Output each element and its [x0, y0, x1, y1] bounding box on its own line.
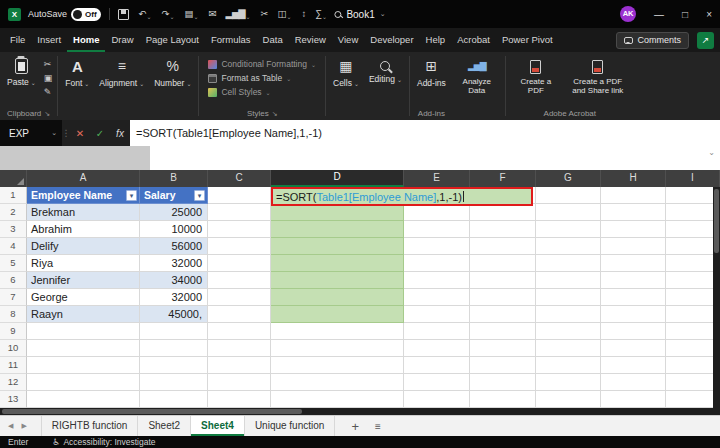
cell-B3[interactable]: 10000 [140, 221, 208, 238]
column-header-E[interactable]: E [404, 170, 470, 187]
cell-G11[interactable] [536, 357, 601, 374]
excel-logo-icon[interactable]: X [8, 8, 21, 21]
cell-I5[interactable] [666, 255, 720, 272]
cell-D7[interactable] [271, 289, 404, 306]
cell-E13[interactable] [404, 391, 470, 408]
row-header-7[interactable]: 7 [0, 289, 27, 306]
cell-G4[interactable] [536, 238, 601, 255]
cell-B1[interactable]: Salary▾ [140, 187, 208, 204]
cell-E4[interactable] [404, 238, 470, 255]
cell-A1[interactable]: Employee Name▾ [27, 187, 140, 204]
cell-B8[interactable]: 45000, [140, 306, 208, 323]
sheet-list-icon[interactable]: ≡ [375, 421, 381, 432]
cell-B12[interactable] [140, 374, 208, 391]
cell-I10[interactable] [666, 340, 720, 357]
cell-C6[interactable] [208, 272, 271, 289]
tab-data[interactable]: Data [257, 28, 289, 52]
cell-F3[interactable] [470, 221, 536, 238]
cells-button[interactable]: ▦ Cells⌄ [328, 52, 364, 88]
cell-A2[interactable]: Brekman [27, 204, 140, 221]
cell-I7[interactable] [666, 289, 720, 306]
row-header-13[interactable]: 13 [0, 391, 27, 408]
cut-icon[interactable]: ✂ [44, 59, 53, 69]
scissors-icon[interactable]: ✂ [261, 8, 268, 20]
cell-D8[interactable] [271, 306, 404, 323]
chart-icon[interactable]: ▂▅▇⌄ [226, 8, 251, 20]
tab-view[interactable]: View [332, 28, 364, 52]
row-header-11[interactable]: 11 [0, 357, 27, 374]
cell-A13[interactable] [27, 391, 140, 408]
sheet-tab-rightb-function[interactable]: RIGHTB function [41, 416, 139, 436]
cell-H11[interactable] [601, 357, 666, 374]
cell-F10[interactable] [470, 340, 536, 357]
cell-I12[interactable] [666, 374, 720, 391]
clipboard-dialog-launcher[interactable]: ↘ [44, 110, 50, 118]
tab-home[interactable]: Home [67, 28, 105, 52]
cell-G2[interactable] [536, 204, 601, 221]
cell-C13[interactable] [208, 391, 271, 408]
tab-page-layout[interactable]: Page Layout [140, 28, 205, 52]
cell-styles-button[interactable]: Cell Styles ⌄ [201, 85, 277, 99]
row-header-12[interactable]: 12 [0, 374, 27, 391]
sheet-tab-sheet2[interactable]: Sheet2 [138, 416, 191, 436]
cell-D12[interactable] [271, 374, 404, 391]
cell-D10[interactable] [271, 340, 404, 357]
cell-H9[interactable] [601, 323, 666, 340]
cell-A11[interactable] [27, 357, 140, 374]
vertical-scrollbar-thumb[interactable] [714, 189, 719, 253]
row-header-2[interactable]: 2 [0, 204, 27, 221]
tab-acrobat[interactable]: Acrobat [451, 28, 496, 52]
tab-help[interactable]: Help [420, 28, 452, 52]
cell-D13[interactable] [271, 391, 404, 408]
addins-button[interactable]: ⊞ Add-ins [412, 52, 451, 88]
alignment-button[interactable]: ≡ Alignment⌄ [94, 52, 149, 88]
format-painter-icon[interactable]: ✎ [44, 87, 53, 97]
sheet-nav-right-icon[interactable]: ▶ [21, 422, 26, 430]
sheet-nav-left-icon[interactable]: ◀ [8, 422, 13, 430]
cell-H10[interactable] [601, 340, 666, 357]
tab-insert[interactable]: Insert [31, 28, 67, 52]
cell-F11[interactable] [470, 357, 536, 374]
conditional-formatting-button[interactable]: Conditional Formatting ⌄ [201, 57, 323, 71]
format-as-table-button[interactable]: Format as Table ⌄ [201, 71, 298, 85]
select-all-corner[interactable] [0, 170, 27, 187]
cell-H6[interactable] [601, 272, 666, 289]
cell-G9[interactable] [536, 323, 601, 340]
cell-F7[interactable] [470, 289, 536, 306]
cell-C12[interactable] [208, 374, 271, 391]
filter-icon[interactable]: ▾ [126, 190, 137, 201]
cell-A5[interactable]: Riya [27, 255, 140, 272]
cell-H2[interactable] [601, 204, 666, 221]
cell-D6[interactable] [271, 272, 404, 289]
cell-D9[interactable] [271, 323, 404, 340]
row-header-5[interactable]: 5 [0, 255, 27, 272]
row-header-3[interactable]: 3 [0, 221, 27, 238]
cell-I8[interactable] [666, 306, 720, 323]
cell-E2[interactable] [404, 204, 470, 221]
column-header-D[interactable]: D [271, 170, 404, 187]
cell-F6[interactable] [470, 272, 536, 289]
cell-C8[interactable] [208, 306, 271, 323]
cell-C4[interactable] [208, 238, 271, 255]
row-header-4[interactable]: 4 [0, 238, 27, 255]
cell-B5[interactable]: 32000 [140, 255, 208, 272]
cell-G10[interactable] [536, 340, 601, 357]
cell-D3[interactable] [271, 221, 404, 238]
tab-review[interactable]: Review [289, 28, 332, 52]
minimize-icon[interactable]: — [654, 9, 664, 20]
column-header-G[interactable]: G [536, 170, 601, 187]
autosave-toggle[interactable]: Off [71, 8, 101, 21]
enter-icon[interactable]: ✓ [90, 120, 110, 146]
cell-I2[interactable] [666, 204, 720, 221]
cell-I3[interactable] [666, 221, 720, 238]
cell-A4[interactable]: Delify [27, 238, 140, 255]
analyze-data-button[interactable]: ▂▅▇ Analyze Data [451, 52, 503, 95]
cell-F4[interactable] [470, 238, 536, 255]
mail-icon[interactable]: ✉ [209, 8, 216, 20]
styles-dialog-launcher[interactable]: ↘ [272, 110, 278, 118]
row-header-9[interactable]: 9 [0, 323, 27, 340]
cell-D5[interactable] [271, 255, 404, 272]
cell-B6[interactable]: 34000 [140, 272, 208, 289]
cell-B11[interactable] [140, 357, 208, 374]
editing-button[interactable]: Editing⌄ [364, 52, 407, 84]
